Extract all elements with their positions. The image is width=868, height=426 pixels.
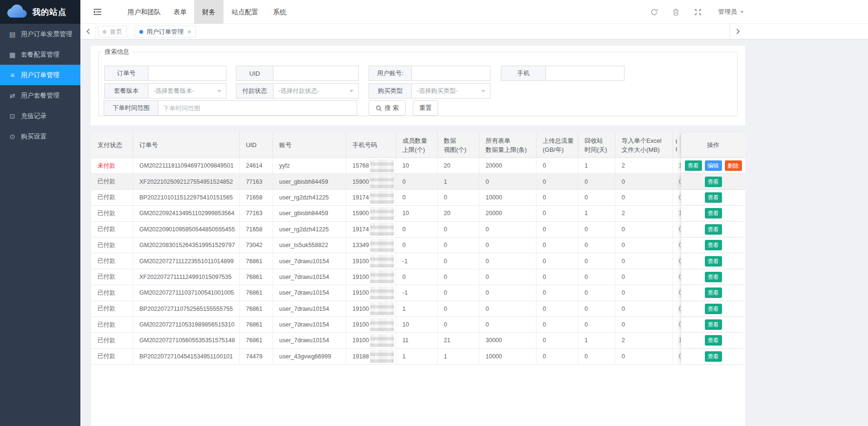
buy-type-label: 购买类型: [369, 83, 412, 99]
view-button[interactable]: 查看: [685, 160, 702, 171]
view-button[interactable]: 查看: [705, 319, 722, 330]
cell-recycle-days: 0: [578, 222, 615, 238]
sidebar-item-recharge-records[interactable]: ⊡ 充值记录: [0, 106, 80, 126]
cell-form-data-limit: 20000: [479, 158, 536, 174]
table-row: 已付款GM2022072710560553535157514876861user…: [91, 333, 745, 348]
uid-input[interactable]: [278, 70, 353, 77]
refresh-icon[interactable]: [651, 8, 658, 16]
sidebar-item-label: 用户套餐管理: [21, 91, 59, 100]
view-button[interactable]: 查看: [705, 272, 722, 282]
view-button[interactable]: 查看: [705, 177, 722, 187]
cell-phone: 13349: [346, 238, 396, 253]
close-icon[interactable]: ×: [187, 28, 191, 36]
phone-blur-mosaic: [370, 223, 394, 236]
view-button[interactable]: 查看: [705, 351, 722, 362]
tabbar: 首页 用户订单管理 ×: [80, 24, 868, 40]
cell-clipped-column: 1: [673, 333, 681, 348]
cell-form-data-limit: 10000: [479, 190, 536, 206]
plan-select[interactable]: -选择套餐版本-: [148, 83, 226, 99]
tab-home[interactable]: 首页: [98, 26, 127, 38]
view-button[interactable]: 查看: [705, 256, 722, 267]
cell-pay-status: 已付款: [91, 222, 133, 238]
tabs-scroll-right-icon[interactable]: [730, 24, 745, 39]
plan-group: 套餐版本 -选择套餐版本-: [104, 83, 226, 99]
order-no-input[interactable]: [153, 70, 221, 77]
sidebar-item-package-config[interactable]: ▦ 套餐配置管理: [0, 44, 80, 65]
cell-data-views: 1: [438, 174, 479, 189]
edit-button[interactable]: 编辑: [705, 160, 722, 171]
delete-button[interactable]: 删除: [725, 160, 742, 171]
nav-users-teams[interactable]: 用户和团队: [127, 0, 161, 24]
uid-label: UID: [236, 66, 273, 81]
cell-account: user_7draeu10154: [273, 333, 346, 348]
cell-pay-status: 已付款: [91, 269, 133, 285]
view-button[interactable]: 查看: [705, 240, 722, 250]
phone-group: 手机: [501, 66, 624, 81]
buy-type-select[interactable]: -选择购买类型-: [412, 83, 490, 99]
cell-phone: 19100: [346, 333, 396, 348]
cell-form-data-limit: 0: [479, 174, 536, 189]
cell-upload-traffic: 0: [536, 253, 578, 269]
view-button[interactable]: 查看: [705, 192, 722, 203]
view-button[interactable]: 查看: [705, 335, 722, 346]
cell-clipped-column: 1: [673, 206, 681, 221]
column-header: 操作: [681, 132, 745, 158]
cell-pay-status: 已付款: [91, 317, 133, 333]
phone-prefix: 15900: [352, 210, 369, 217]
view-button[interactable]: 查看: [705, 287, 722, 298]
cell-member-limit: -1: [396, 253, 438, 269]
phone-prefix: 13349: [352, 242, 369, 248]
table-row: 已付款BP2022101011512297541015156571658user…: [91, 190, 745, 206]
search-button[interactable]: 搜 索: [369, 100, 406, 116]
cell-account: user_rg2dzh41225: [273, 190, 346, 206]
cell-phone: 19174: [346, 190, 396, 206]
cell-order-no: GM20220830152643519951529797: [133, 238, 240, 253]
cell-data-views: 1: [438, 349, 479, 365]
cell-excel-size: 0: [615, 222, 673, 238]
tabs-scroll-left-icon[interactable]: [80, 24, 96, 39]
time-range-input[interactable]: [163, 105, 352, 112]
fullscreen-icon[interactable]: [694, 8, 702, 16]
cell-recycle-days: 0: [578, 285, 615, 301]
cell-data-views: 0: [438, 238, 479, 253]
cell-phone: 19174: [346, 222, 396, 238]
cell-excel-size: 2: [615, 158, 673, 174]
trash-icon[interactable]: [673, 8, 680, 16]
recharge-record-icon: ⊡: [8, 112, 17, 120]
phone-field: [546, 66, 624, 81]
account-group: 用户账号:: [369, 66, 490, 81]
account-input[interactable]: [417, 70, 485, 77]
sidebar-item-user-orders[interactable]: ≡ 用户订单管理: [0, 65, 80, 85]
cell-member-limit: 0: [396, 222, 438, 238]
view-button[interactable]: 查看: [705, 304, 722, 314]
cell-upload-traffic: 0: [536, 174, 578, 189]
cell-actions: 查看: [681, 285, 745, 301]
view-button[interactable]: 查看: [705, 224, 722, 235]
cell-account: user_rg2dzh41225: [273, 222, 346, 238]
sidebar-item-invoice-management[interactable]: ▤ 用户订单发票管理: [0, 24, 80, 44]
cell-uid: 74479: [240, 349, 273, 365]
cell-pay-status: 已付款: [91, 333, 133, 348]
sidebar-item-user-packages[interactable]: ⇄ 用户套餐管理: [0, 85, 80, 106]
cell-account: user_7draeu10154: [273, 269, 346, 285]
sidebar-item-purchase-settings[interactable]: ⊙ 购买设置: [0, 126, 80, 147]
cell-member-limit: 0: [396, 190, 438, 206]
cell-account: user_7draeu10154: [273, 301, 346, 317]
cell-actions: 查看: [681, 253, 745, 269]
nav-site-config[interactable]: 站点配置: [232, 0, 258, 24]
nav-forms[interactable]: 表单: [174, 0, 187, 24]
phone-input[interactable]: [551, 70, 619, 77]
nav-finance[interactable]: 财务: [194, 0, 224, 24]
pay-status-select[interactable]: -选择付款状态-: [273, 83, 359, 99]
cell-order-no: GM20220727111223551011014899: [133, 253, 240, 269]
reset-button[interactable]: 重置: [413, 100, 438, 116]
tab-user-orders[interactable]: 用户订单管理 ×: [135, 26, 196, 38]
admin-menu[interactable]: 管理员: [718, 8, 744, 16]
nav-system[interactable]: 系统: [273, 0, 286, 24]
cell-pay-status: 已付款: [91, 253, 133, 269]
buy-type-group: 购买类型 -选择购买类型-: [369, 83, 490, 99]
view-button[interactable]: 查看: [705, 208, 722, 218]
collapse-menu-icon[interactable]: [93, 8, 102, 18]
cell-uid: 76861: [240, 253, 273, 269]
cell-member-limit: 10: [396, 158, 438, 174]
